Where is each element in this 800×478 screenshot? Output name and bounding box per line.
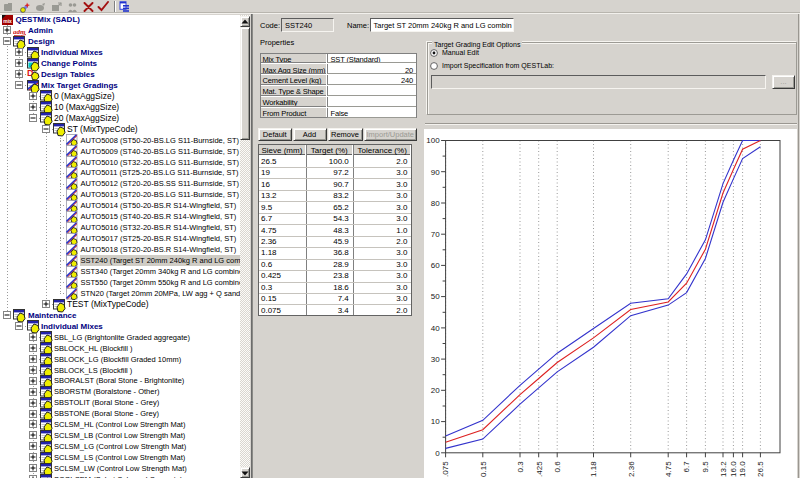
svg-text:4.75: 4.75 bbox=[664, 461, 673, 477]
svg-text:1.18: 1.18 bbox=[589, 461, 598, 477]
svg-text:0.6: 0.6 bbox=[553, 461, 562, 473]
svg-text:80: 80 bbox=[431, 199, 440, 208]
svg-text:6.7: 6.7 bbox=[682, 461, 691, 473]
svg-text:0.15: 0.15 bbox=[479, 461, 488, 477]
svg-text:10: 10 bbox=[431, 417, 440, 426]
svg-text:90: 90 bbox=[431, 168, 440, 177]
svg-text:26.5: 26.5 bbox=[756, 461, 765, 477]
svg-text:100: 100 bbox=[426, 136, 440, 145]
svg-text:.425: .425 bbox=[535, 461, 544, 477]
svg-text:16.0: 16.0 bbox=[729, 461, 738, 477]
svg-text:9.5: 9.5 bbox=[701, 461, 710, 473]
svg-text:19.0: 19.0 bbox=[738, 461, 747, 477]
svg-text:30: 30 bbox=[431, 355, 440, 364]
svg-text:60: 60 bbox=[431, 261, 440, 270]
svg-text:50: 50 bbox=[431, 292, 440, 301]
svg-text:0: 0 bbox=[435, 449, 440, 458]
svg-text:0.3: 0.3 bbox=[516, 461, 525, 473]
svg-text:20: 20 bbox=[431, 386, 440, 395]
svg-text:40: 40 bbox=[431, 324, 440, 333]
svg-text:2.36: 2.36 bbox=[627, 461, 636, 477]
svg-text:mix: mix bbox=[3, 17, 12, 23]
svg-text:13.2: 13.2 bbox=[719, 461, 728, 477]
svg-text:.075: .075 bbox=[441, 461, 450, 477]
svg-text:70: 70 bbox=[431, 230, 440, 239]
